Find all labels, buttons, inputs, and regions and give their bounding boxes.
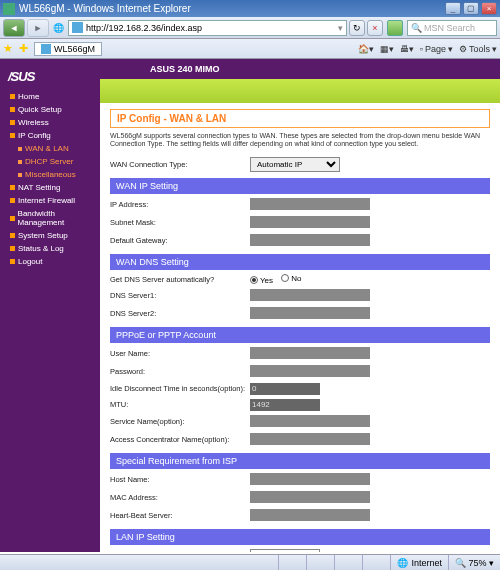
address-icon: 🌐 xyxy=(53,23,64,33)
go-button[interactable] xyxy=(387,20,403,36)
sidebar-item-label: WAN & LAN xyxy=(25,144,69,153)
banner-strip xyxy=(100,79,500,103)
subnet-field xyxy=(250,216,370,228)
add-favorites-icon[interactable]: ✚ xyxy=(19,42,28,55)
search-placeholder: MSN Search xyxy=(424,23,475,33)
bullet-icon xyxy=(18,173,22,177)
sidebar-item-nat-setting[interactable]: NAT Setting xyxy=(0,181,100,194)
sidebar-item-dhcp-server[interactable]: DHCP Server xyxy=(0,155,100,168)
tools-menu[interactable]: ⚙Tools ▾ xyxy=(459,44,497,54)
mac-field xyxy=(250,491,370,503)
dns-auto-no-radio[interactable]: No xyxy=(281,274,301,283)
status-cell-3 xyxy=(335,555,363,570)
pass-label: Password: xyxy=(110,367,250,376)
print-menu-icon[interactable]: 🖶▾ xyxy=(400,44,414,54)
feed-menu-icon[interactable]: ▦▾ xyxy=(380,44,394,54)
ip-address-label: IP Address: xyxy=(110,200,250,209)
page-intro: WL566gM supports several connection type… xyxy=(110,132,490,149)
sidebar-item-system-setup[interactable]: System Setup xyxy=(0,229,100,242)
sidebar-item-label: System Setup xyxy=(18,231,68,240)
sidebar-item-internet-firewall[interactable]: Internet Firewall xyxy=(0,194,100,207)
gateway-field xyxy=(250,234,370,246)
gateway-label: Default Gateway: xyxy=(110,236,250,245)
bullet-icon xyxy=(10,259,15,264)
browser-tab[interactable]: WL566gM xyxy=(34,42,102,56)
zoom-level[interactable]: 🔍 75% ▾ xyxy=(449,558,500,568)
heartbeat-label: Heart-Beat Server: xyxy=(110,511,250,520)
stop-button[interactable]: × xyxy=(367,20,383,36)
favorites-star-icon[interactable]: ★ xyxy=(3,42,13,55)
acc-label: Access Concentrator Name(option): xyxy=(110,435,250,444)
ip-address-field xyxy=(250,198,370,210)
sidebar-item-label: IP Config xyxy=(18,131,51,140)
close-button[interactable]: × xyxy=(481,2,497,15)
sidebar-item-label: Quick Setup xyxy=(18,105,62,114)
dns2-field xyxy=(250,307,370,319)
sidebar-item-wan-lan[interactable]: WAN & LAN xyxy=(0,142,100,155)
bullet-icon xyxy=(10,216,15,221)
idle-field: 0 xyxy=(250,383,320,395)
wan-conn-type-select[interactable]: Automatic IP xyxy=(250,157,340,172)
status-message xyxy=(0,555,279,570)
sidebar-item-home[interactable]: Home xyxy=(0,90,100,103)
host-field xyxy=(250,473,370,485)
search-input[interactable]: 🔍 MSN Search xyxy=(407,20,497,36)
sidebar-item-miscellaneous[interactable]: Miscellaneous xyxy=(0,168,100,181)
mtu-label: MTU: xyxy=(110,400,250,409)
svc-label: Service Name(option): xyxy=(110,417,250,426)
sidebar-item-label: Logout xyxy=(18,257,42,266)
page-title: IP Config - WAN & LAN xyxy=(110,109,490,128)
app-icon xyxy=(3,3,15,15)
bullet-icon xyxy=(10,246,15,251)
page-menu[interactable]: ▫Page ▾ xyxy=(420,44,453,54)
sidebar-item-label: Miscellaneous xyxy=(25,170,76,179)
maximize-button[interactable]: ▢ xyxy=(463,2,479,15)
dns-auto-yes-radio[interactable]: Yes xyxy=(250,276,273,285)
bullet-icon xyxy=(10,198,15,203)
idle-label: Idle Disconnect Time in seconds(option): xyxy=(110,384,250,393)
heartbeat-field xyxy=(250,509,370,521)
sidebar-item-label: DHCP Server xyxy=(25,157,73,166)
wan-conn-type-label: WAN Connection Type: xyxy=(110,160,250,169)
bullet-icon xyxy=(10,120,15,125)
bullet-icon xyxy=(18,147,22,151)
tab-favicon-icon xyxy=(41,44,51,54)
window-title: WL566gM - Windows Internet Explorer xyxy=(19,3,191,14)
forward-button[interactable]: ► xyxy=(27,19,49,37)
bullet-icon xyxy=(10,94,15,99)
svc-field xyxy=(250,415,370,427)
sidebar-item-quick-setup[interactable]: Quick Setup xyxy=(0,103,100,116)
back-button[interactable]: ◄ xyxy=(3,19,25,37)
sidebar-item-bandwidth-management[interactable]: Bandwidth Management xyxy=(0,207,100,229)
sidebar-item-status-log[interactable]: Status & Log xyxy=(0,242,100,255)
product-header: ASUS 240 MIMO xyxy=(100,59,500,79)
section-wan-ip: WAN IP Setting xyxy=(110,178,490,194)
refresh-button[interactable]: ↻ xyxy=(349,20,365,36)
dns2-label: DNS Server2: xyxy=(110,309,250,318)
sidebar-item-label: Wireless xyxy=(18,118,49,127)
address-bar[interactable]: http://192.168.2.36/index.asp ▾ xyxy=(68,20,347,36)
lan-ip-field[interactable]: 192.168.2.36 xyxy=(250,549,320,552)
sidebar-item-label: Internet Firewall xyxy=(18,196,75,205)
sidebar-item-wireless[interactable]: Wireless xyxy=(0,116,100,129)
bullet-icon xyxy=(10,107,15,112)
address-text: http://192.168.2.36/index.asp xyxy=(86,23,202,33)
status-cell-4 xyxy=(363,555,391,570)
bullet-icon xyxy=(10,185,15,190)
dns1-field xyxy=(250,289,370,301)
pass-field xyxy=(250,365,370,377)
status-cell-2 xyxy=(307,555,335,570)
brand-logo: /SUS xyxy=(0,63,100,90)
search-icon: 🔍 xyxy=(411,23,422,33)
sidebar-item-ip-config[interactable]: IP Config xyxy=(0,129,100,142)
sidebar-item-label: Bandwidth Management xyxy=(18,209,96,227)
sidebar-item-logout[interactable]: Logout xyxy=(0,255,100,268)
home-menu-icon[interactable]: 🏠▾ xyxy=(358,44,374,54)
bullet-icon xyxy=(18,160,22,164)
subnet-label: Subnet Mask: xyxy=(110,218,250,227)
minimize-button[interactable]: _ xyxy=(445,2,461,15)
user-field xyxy=(250,347,370,359)
bullet-icon xyxy=(10,233,15,238)
dropdown-icon[interactable]: ▾ xyxy=(338,23,343,33)
status-cell-1 xyxy=(279,555,307,570)
